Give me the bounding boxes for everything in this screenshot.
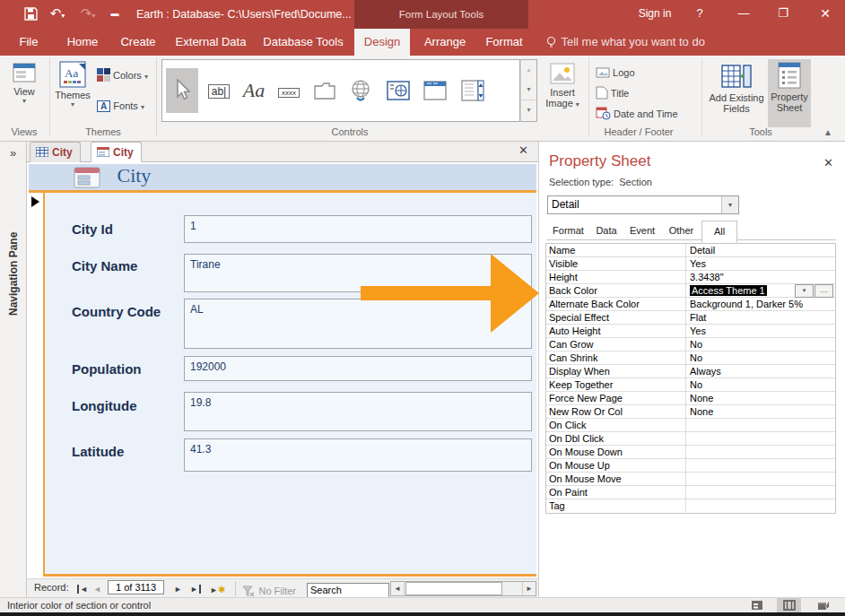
web-browser-tool[interactable] bbox=[382, 68, 414, 113]
insert-image-button[interactable]: Insert Image ▾ bbox=[542, 63, 583, 126]
field-value-city-id[interactable]: 1 bbox=[184, 215, 532, 243]
layout-view-button[interactable] bbox=[777, 598, 801, 612]
themes-button[interactable]: Aa Themes ▾ bbox=[54, 61, 91, 124]
field-label-country-code[interactable]: Country Code bbox=[72, 304, 161, 319]
scrollbar-thumb[interactable] bbox=[405, 582, 502, 595]
close-object-icon[interactable]: ✕ bbox=[518, 143, 528, 157]
propsheet-tab-format[interactable]: Format bbox=[547, 221, 589, 240]
combo-chevron-icon[interactable]: ▾ bbox=[721, 196, 738, 213]
gallery-scroll-down-icon[interactable]: ▾ bbox=[521, 80, 536, 100]
tab-format[interactable]: Format bbox=[478, 29, 530, 56]
field-label-city-id[interactable]: City Id bbox=[72, 221, 113, 237]
select-tool[interactable] bbox=[166, 68, 198, 113]
tab-database-tools[interactable]: Database Tools bbox=[258, 29, 348, 56]
combo-box-tool[interactable] bbox=[456, 68, 490, 113]
property-row[interactable]: Alternate Back ColorBackground 1, Darker… bbox=[546, 298, 835, 311]
property-row[interactable]: Auto HeightYes bbox=[546, 325, 835, 338]
tab-external-data[interactable]: External Data bbox=[169, 29, 253, 56]
property-row[interactable]: Can ShrinkNo bbox=[546, 351, 835, 365]
property-row[interactable]: Tag bbox=[546, 499, 835, 513]
property-row[interactable]: VisibleYes bbox=[546, 257, 835, 271]
property-row[interactable]: New Row Or ColNone bbox=[546, 405, 835, 419]
new-record-button[interactable]: ►✱ bbox=[210, 582, 225, 598]
property-row[interactable]: On Click bbox=[546, 419, 835, 432]
property-row[interactable]: Height3.3438" bbox=[546, 271, 835, 284]
restore-button[interactable]: ❐ bbox=[768, 0, 798, 29]
close-property-sheet-icon[interactable]: ✕ bbox=[823, 156, 833, 169]
property-row[interactable]: Special EffectFlat bbox=[546, 311, 835, 325]
view-button[interactable]: View ▾ bbox=[7, 61, 41, 124]
field-label-longitude[interactable]: Longitude bbox=[72, 398, 136, 413]
detail-section[interactable] bbox=[43, 193, 536, 577]
scroll-left-icon[interactable]: ◄ bbox=[391, 582, 405, 595]
navigation-control-tool[interactable] bbox=[418, 68, 452, 113]
propsheet-tab-data[interactable]: Data bbox=[589, 221, 623, 240]
gallery-scrollbar[interactable]: ▴ ▾ ▾ bbox=[520, 59, 537, 122]
field-value-longitude[interactable]: 19.8 bbox=[184, 392, 532, 431]
logo-button[interactable]: Logo bbox=[596, 64, 635, 82]
colors-button[interactable]: Colors ▾ bbox=[97, 66, 148, 84]
expand-nav-pane-icon[interactable]: » bbox=[0, 142, 26, 160]
property-row[interactable]: Can GrowNo bbox=[546, 338, 835, 351]
propsheet-tab-other[interactable]: Other bbox=[661, 221, 701, 240]
tab-design[interactable]: Design bbox=[354, 29, 410, 56]
back-color-builder-icon[interactable]: … bbox=[815, 284, 833, 298]
property-row[interactable]: Force New PageNone bbox=[546, 392, 835, 405]
first-record-button[interactable]: ◄ bbox=[77, 582, 88, 597]
property-row[interactable]: On Mouse Move bbox=[546, 473, 835, 486]
field-value-city-name[interactable]: Tirane bbox=[184, 254, 532, 292]
next-record-button[interactable]: ► bbox=[174, 582, 182, 597]
back-color-dropdown-icon[interactable]: ▾ bbox=[795, 284, 814, 298]
undo-icon[interactable]: ↶▾ bbox=[45, 0, 70, 29]
navigation-pane-collapsed[interactable]: » bbox=[0, 142, 27, 599]
property-row[interactable]: NameDetail bbox=[546, 244, 835, 257]
add-existing-fields-button[interactable]: Add Existing Fields bbox=[707, 61, 766, 126]
design-view-button[interactable] bbox=[812, 598, 836, 612]
back-color-editing-value[interactable]: Access Theme 1 bbox=[690, 285, 767, 296]
collapse-ribbon-icon[interactable]: ▲ bbox=[823, 127, 832, 137]
fonts-button[interactable]: A Fonts ▾ bbox=[97, 97, 144, 115]
save-icon[interactable] bbox=[20, 0, 41, 29]
propsheet-tab-event[interactable]: Event bbox=[623, 221, 661, 240]
last-record-button[interactable]: ► bbox=[190, 582, 201, 597]
redo-icon[interactable]: ↷▾ bbox=[75, 0, 100, 29]
field-value-latitude[interactable]: 41.3 bbox=[184, 438, 532, 472]
doc-tab-city-table[interactable]: City bbox=[30, 142, 81, 162]
doc-tab-city-form[interactable]: City bbox=[91, 142, 142, 162]
tab-arrange[interactable]: Arrange bbox=[415, 29, 475, 56]
form-view-button[interactable] bbox=[745, 598, 769, 612]
customize-qat-icon[interactable]: ▬ bbox=[106, 0, 124, 29]
property-sheet-button[interactable]: Property Sheet bbox=[768, 59, 811, 127]
help-button[interactable]: ? bbox=[689, 0, 710, 29]
title-button[interactable]: Title bbox=[596, 84, 629, 102]
label-tool[interactable]: Aa bbox=[239, 68, 269, 113]
tab-create[interactable]: Create bbox=[115, 29, 161, 56]
field-label-latitude[interactable]: Latitude bbox=[72, 444, 124, 459]
sign-in-button[interactable]: Sign in bbox=[628, 0, 682, 29]
field-label-city-name[interactable]: City Name bbox=[72, 258, 137, 273]
field-value-country-code[interactable]: AL bbox=[184, 299, 532, 349]
property-row[interactable]: Keep TogetherNo bbox=[546, 378, 835, 392]
scroll-right-icon[interactable]: ► bbox=[522, 582, 536, 595]
property-row[interactable]: On Paint bbox=[546, 486, 835, 499]
record-selector-bar[interactable] bbox=[29, 193, 43, 577]
gallery-scroll-up-icon[interactable]: ▴ bbox=[521, 60, 536, 80]
no-filter-button[interactable]: No Filter bbox=[242, 582, 296, 598]
close-button[interactable]: ✕ bbox=[809, 0, 841, 29]
tab-control-tool[interactable] bbox=[309, 68, 341, 113]
search-input[interactable] bbox=[307, 583, 389, 598]
field-value-population[interactable]: 192000 bbox=[184, 356, 532, 381]
minimize-button[interactable]: — bbox=[728, 0, 759, 29]
record-position[interactable]: 1 of 3113 bbox=[108, 580, 164, 594]
previous-record-button[interactable]: ◄ bbox=[93, 582, 101, 597]
tell-me-box[interactable]: Tell me what you want to do bbox=[545, 29, 705, 56]
form-header[interactable]: City bbox=[29, 164, 536, 190]
property-row[interactable]: Display WhenAlways bbox=[546, 365, 835, 378]
gallery-more-icon[interactable]: ▾ bbox=[521, 100, 536, 120]
property-row[interactable]: On Mouse Down bbox=[546, 446, 835, 459]
button-tool[interactable]: xxxx bbox=[273, 68, 305, 113]
propsheet-tab-all[interactable]: All bbox=[701, 221, 737, 243]
field-label-population[interactable]: Population bbox=[72, 361, 142, 377]
property-row-back-color[interactable]: Back Color Access Theme 1 ▾ … bbox=[546, 284, 835, 298]
datetime-button[interactable]: Date and Time bbox=[596, 105, 678, 123]
